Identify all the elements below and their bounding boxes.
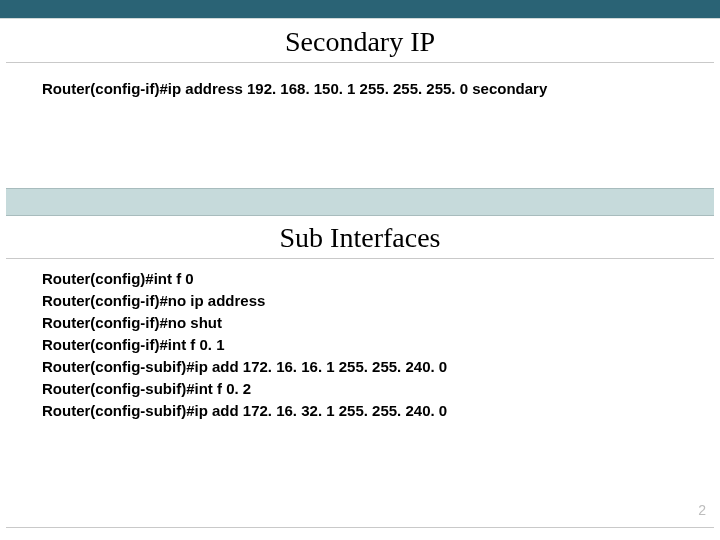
config-line: Router(config-if)#int f 0. 1	[42, 334, 678, 356]
separator-band	[6, 188, 714, 216]
config-block-sub-interfaces: Router(config)#int f 0 Router(config-if)…	[42, 268, 678, 422]
config-line: Router(config-if)#no shut	[42, 312, 678, 334]
section-title-sub-interfaces: Sub Interfaces	[0, 222, 720, 254]
config-line: Router(config-subif)#ip add 172. 16. 16.…	[42, 356, 678, 378]
config-line: Router(config-subif)#int f 0. 2	[42, 378, 678, 400]
divider	[6, 62, 714, 63]
divider	[6, 258, 714, 259]
top-accent-bar	[0, 0, 720, 19]
section-title-secondary-ip: Secondary IP	[0, 26, 720, 58]
config-line: Router(config-if)#ip address 192. 168. 1…	[42, 78, 678, 100]
config-block-secondary-ip: Router(config-if)#ip address 192. 168. 1…	[42, 78, 678, 100]
slide: Secondary IP Router(config-if)#ip addres…	[0, 0, 720, 540]
config-line: Router(config-if)#no ip address	[42, 290, 678, 312]
divider	[6, 527, 714, 528]
config-line: Router(config-subif)#ip add 172. 16. 32.…	[42, 400, 678, 422]
config-line: Router(config)#int f 0	[42, 268, 678, 290]
page-number: 2	[698, 502, 706, 518]
